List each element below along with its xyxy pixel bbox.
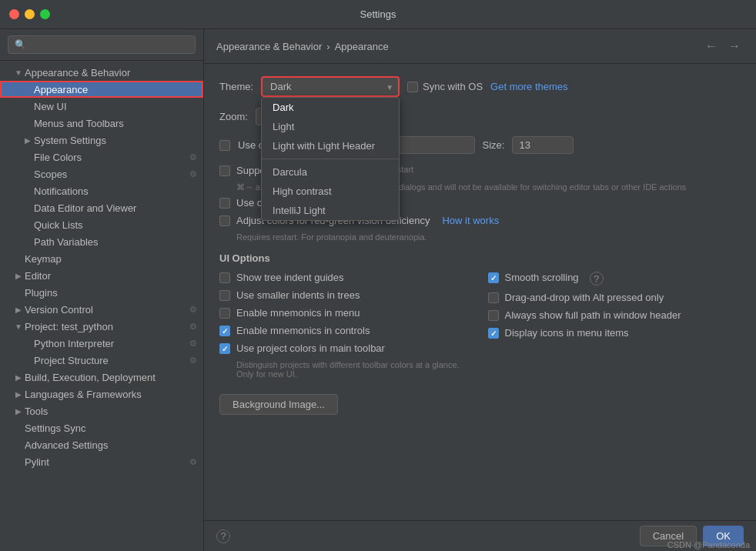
main-content: ▼ Appearance & Behavior Appearance New U… — [0, 29, 756, 551]
sidebar-item-project[interactable]: ▼ Project: test_python ⚙ — [0, 318, 203, 335]
smooth-scrolling-checkbox[interactable] — [488, 272, 499, 283]
sidebar-item-settings-sync[interactable]: Settings Sync — [0, 419, 203, 436]
smaller-indents-row: Use smaller indents in trees — [219, 289, 473, 301]
show-tree-indent-checkbox[interactable] — [219, 272, 230, 283]
size-label: Size: — [483, 139, 505, 151]
background-image-button[interactable]: Background Image... — [219, 394, 338, 415]
ui-options-left: Show tree indent guides Use smaller inde… — [219, 272, 473, 379]
expand-icon — [22, 337, 34, 349]
use-font-checkbox[interactable] — [219, 140, 230, 151]
config-icon: ⚙ — [189, 169, 197, 179]
expand-icon — [12, 422, 25, 434]
sidebar-item-languages[interactable]: ▶ Languages & Frameworks — [0, 386, 203, 402]
traffic-lights — [9, 9, 50, 19]
sidebar-item-plugins[interactable]: Plugins — [0, 284, 203, 301]
sidebar-item-tools[interactable]: ▶ Tools — [0, 402, 203, 419]
expand-icon — [22, 168, 34, 180]
minimize-button[interactable] — [25, 9, 35, 19]
sidebar-item-label: Settings Sync — [25, 422, 197, 434]
expand-icon — [22, 202, 34, 214]
sidebar-item-keymap[interactable]: Keymap — [0, 250, 203, 267]
nav-back-button[interactable]: ← — [702, 37, 721, 55]
sidebar-item-system-settings[interactable]: ▶ System Settings — [0, 132, 203, 149]
display-icons-label: Display icons in menu items — [505, 327, 629, 339]
sidebar-item-label: Project Structure — [34, 355, 189, 366]
sidebar-item-label: Keymap — [25, 253, 197, 265]
sidebar-item-data-editor[interactable]: Data Editor and Viewer — [0, 199, 203, 216]
window-title: Settings — [360, 8, 396, 20]
dropdown-item-intellij-light[interactable]: IntelliJ Light — [262, 201, 399, 220]
theme-dropdown-menu: Dark Light Light with Light Header Darcu… — [261, 97, 400, 221]
dropdown-item-high-contrast[interactable]: High contrast — [262, 182, 399, 201]
get-more-themes-link[interactable]: Get more themes — [490, 81, 567, 92]
sidebar-item-new-ui[interactable]: New UI — [0, 98, 203, 115]
sidebar-item-path-variables[interactable]: Path Variables — [0, 233, 203, 250]
sidebar-item-label: Data Editor and Viewer — [34, 202, 197, 214]
sidebar-item-label: New UI — [34, 101, 197, 112]
search-input[interactable] — [8, 35, 196, 54]
nav-forward-button[interactable]: → — [725, 37, 744, 55]
mnemonics-menu-checkbox[interactable] — [219, 308, 230, 319]
mnemonics-controls-label: Enable mnemonics in controls — [236, 325, 370, 336]
sidebar-item-appearance-behavior[interactable]: ▼ Appearance & Behavior — [0, 64, 203, 81]
mnemonics-controls-checkbox[interactable] — [219, 326, 230, 336]
sync-with-os-checkbox[interactable] — [407, 82, 418, 92]
display-icons-checkbox[interactable] — [488, 328, 499, 339]
expand-icon — [22, 83, 34, 95]
expand-icon — [22, 235, 34, 248]
full-path-label: Always show full path in window header — [505, 309, 681, 321]
dropdown-item-dark[interactable]: Dark — [262, 98, 399, 117]
project-colors-checkbox[interactable] — [219, 343, 230, 354]
smooth-scrolling-help-icon[interactable]: ? — [590, 272, 604, 286]
smaller-indents-checkbox[interactable] — [219, 290, 230, 301]
maximize-button[interactable] — [40, 9, 50, 19]
dropdown-item-light-header[interactable]: Light with Light Header — [262, 136, 399, 155]
right-panel: Appearance & Behavior › Appearance ← → T… — [204, 29, 756, 551]
project-colors-label: Use project colors in main toolbar — [236, 342, 385, 354]
sidebar-item-project-structure[interactable]: Project Structure ⚙ — [0, 352, 203, 369]
contrast-scrollbars-checkbox[interactable] — [219, 198, 230, 209]
how-it-works-link[interactable]: How it works — [442, 215, 499, 226]
theme-dropdown-button[interactable]: Dark — [261, 76, 400, 97]
screen-readers-checkbox[interactable] — [219, 165, 230, 176]
ui-options-right: Smooth scrolling ? Drag-and-drop with Al… — [488, 272, 741, 379]
sidebar-item-menus-toolbars[interactable]: Menus and Toolbars — [0, 115, 203, 132]
sidebar-item-python-interpreter[interactable]: Python Interpreter ⚙ — [0, 335, 203, 352]
sidebar-item-pylint[interactable]: Pylint ⚙ — [0, 453, 203, 470]
sidebar-item-advanced-settings[interactable]: Advanced Settings — [0, 436, 203, 453]
sidebar-item-label: Notifications — [34, 185, 197, 197]
sidebar-item-label: Path Variables — [34, 236, 197, 248]
sidebar-item-appearance[interactable]: Appearance — [0, 81, 203, 98]
bottom-help-icon[interactable]: ? — [216, 529, 230, 543]
sidebar-item-label: Build, Execution, Deployment — [25, 372, 197, 383]
expand-icon — [22, 100, 34, 112]
breadcrumb-bar: Appearance & Behavior › Appearance ← → — [204, 29, 756, 64]
expand-icon: ▼ — [12, 320, 25, 332]
full-path-checkbox[interactable] — [488, 310, 499, 321]
breadcrumb-part2: Appearance — [335, 41, 389, 52]
theme-dropdown-wrapper: Dark ▼ Dark Light Light with Light Heade… — [261, 76, 400, 97]
sidebar-item-file-colors[interactable]: File Colors ⚙ — [0, 149, 203, 165]
sidebar-item-notifications[interactable]: Notifications — [0, 182, 203, 199]
sidebar-item-label: Python Interpreter — [34, 338, 189, 349]
sidebar-item-quick-lists[interactable]: Quick Lists — [0, 216, 203, 233]
expand-icon: ▶ — [22, 134, 34, 146]
sidebar-item-scopes[interactable]: Scopes ⚙ — [0, 165, 203, 182]
dropdown-divider — [262, 159, 399, 159]
dropdown-arrow-icon: ▼ — [386, 82, 393, 91]
expand-icon: ▶ — [12, 371, 25, 383]
size-select[interactable]: 13 — [512, 136, 574, 154]
dropdown-item-light[interactable]: Light — [262, 117, 399, 136]
dropdown-item-darcula[interactable]: Darcula — [262, 162, 399, 182]
drag-drop-alt-checkbox[interactable] — [488, 292, 499, 303]
sidebar-item-editor[interactable]: ▶ Editor — [0, 267, 203, 284]
color-deficiency-checkbox[interactable] — [219, 215, 230, 226]
sidebar-item-build-exec[interactable]: ▶ Build, Execution, Deployment — [0, 369, 203, 386]
config-icon: ⚙ — [189, 305, 197, 315]
expand-icon — [22, 151, 34, 163]
full-path-row: Always show full path in window header — [488, 309, 741, 321]
smooth-scrolling-label: Smooth scrolling — [505, 272, 579, 283]
settings-content: Theme: Dark ▼ Dark Light Light with Ligh… — [204, 64, 756, 520]
close-button[interactable] — [9, 9, 19, 19]
sidebar-item-version-control[interactable]: ▶ Version Control ⚙ — [0, 301, 203, 318]
